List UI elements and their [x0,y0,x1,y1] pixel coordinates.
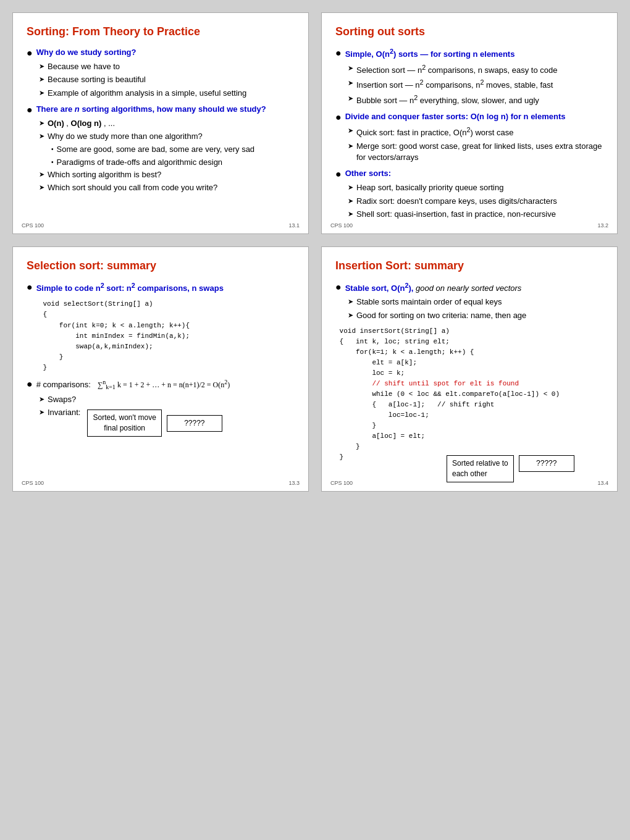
slide2-s2-2: ➤ Merge sort: good worst case, great for… [348,141,603,163]
arrow-icon-5: ➤ [39,132,44,141]
slide2-s1-2-text: Insertion sort — n2 comparisons, n2 move… [356,78,553,91]
slide3-math: ∑nk=1 k = 1 + 2 + … + n = n(n+1)/2 = O(n… [98,380,230,389]
slide-2-title: Sorting out sorts [335,25,603,38]
slide2-b1-text: Simple, O(n2) sorts — for sorting n elem… [345,47,515,61]
sub-sub-text-1: Some are good, some are bad, some are ve… [57,144,255,155]
bullet-dot-2: ● [27,104,33,116]
slide2-b3-text: Other sorts: [345,168,391,179]
slide-3: Selection sort: summary ● Simple to code… [12,246,309,492]
slide-2-footer-right: 13.2 [597,222,608,229]
slide4-s1-1: ➤ Stable sorts maintain order of equal k… [348,296,603,308]
slide2-s3-3-text: Shell sort: quasi-insertion, fast in pra… [356,209,556,220]
slide2-s3-3: ➤ Shell sort: quasi-insertion, fast in p… [348,209,603,220]
slide4-dot-1: ● [335,281,342,293]
sub-list-1: ➤ Because we have to ➤ Because sorting i… [27,61,295,99]
slide3-arrow-1: ➤ [39,395,44,404]
sub-text-2-3: Which sorting algorithm is best? [48,169,161,180]
slide2-sub-1: ➤ Selection sort — n2 comparisons, n swa… [335,63,603,107]
slide-4: Insertion Sort: summary ● Stable sort, O… [321,246,618,492]
sub-item-2-3: ➤ Which sorting algorithm is best? [39,169,295,180]
sub-list-2: ➤ O(n) , O(log n) , ... ➤ Why do we stud… [27,118,295,193]
slide-2-footer-left: CPS 100 [330,222,353,229]
slide2-dot-3: ● [335,168,342,180]
slide2-sub-2: ➤ Quick sort: fast in practice, O(n2) wo… [335,125,603,163]
slide4-arrow-1: ➤ [348,297,353,306]
slide2-s1-2: ➤ Insertion sort — n2 comparisons, n2 mo… [348,78,603,91]
arrow-icon-4: ➤ [39,119,44,128]
bullet-2: ● There are n sorting algorithms, how ma… [27,104,295,193]
slide4-s1-1-text: Stable sorts maintain order of equal key… [356,296,502,308]
slide-1-footer-right: 13.1 [288,222,300,229]
slide-grid: Sorting: From Theory to Practice ● Why d… [12,12,618,492]
slide2-s1-3: ➤ Bubble sort — n2 everything, slow, slo… [348,93,603,107]
slide2-arrow-7: ➤ [348,196,353,206]
slide3-s2-1-text: Swaps? [48,394,76,405]
arrow-icon-6: ➤ [39,170,44,179]
slide3-dot-1: ● [27,281,33,293]
slide3-code: void selectSort(String[] a) { for(int k=… [27,299,295,372]
slide2-s2-1: ➤ Quick sort: fast in practice, O(n2) wo… [348,125,603,139]
sub-sub-list-1: • Some are good, some are bad, some are … [39,144,295,167]
bullet-1: ● Why do we study sorting? ➤ Because we … [27,47,295,99]
slide3-s2-1: ➤ Swaps? [39,394,295,405]
slide3-dot-2: ● [27,378,33,390]
slide4-qqq-box: ????? [519,455,574,472]
sub-item-2-1: ➤ O(n) , O(log n) , ... [39,118,295,129]
slide2-arrow-4: ➤ [348,126,353,135]
slide4-sub-1: ➤ Stable sorts maintain order of equal k… [335,296,603,321]
slide2-arrow-6: ➤ [348,183,353,192]
slide3-bullets-2: ● # comparisons: ∑nk=1 k = 1 + 2 + … + n… [27,378,295,437]
slide3-invariant-row: Sorted, won't movefinal position ????? [87,410,222,437]
slide-3-title: Selection sort: summary [27,259,295,272]
slide4-invariant-area: Sorted relative toeach other ????? [447,455,603,482]
slide3-arrow-2: ➤ [39,408,44,417]
sub-text-2-2: Why do we study more than one algorithm? [48,131,203,142]
slide2-s3-2: ➤ Radix sort: doesn't compare keys, uses… [348,196,603,207]
slide2-s2-1-text: Quick sort: fast in practice, O(n2) wors… [356,125,514,139]
sub-item-1-2: ➤ Because sorting is beautiful [39,74,295,85]
slide-1-footer-left: CPS 100 [22,222,44,229]
sub-item-1-3: ➤ Example of algorithm analysis in a sim… [39,88,295,99]
sub-text-1-3: Example of algorithm analysis in a simpl… [48,88,246,99]
slide4-bullets: ● Stable sort, O(n2), good on nearly sor… [335,281,603,321]
slide4-b1-italic: good on nearly sorted vectors [416,284,521,293]
sub-sub-item-1: • Some are good, some are bad, some are … [51,144,295,155]
slide3-inv-box-1: Sorted, won't movefinal position [87,410,161,437]
sub-sub-bullet-1: • [51,145,54,154]
slide3-b2-text: # comparisons: ∑nk=1 k = 1 + 2 + … + n =… [36,378,230,392]
slide-2-bullets: ● Simple, O(n2) sorts — for sorting n el… [335,47,603,220]
slide-4-footer-left: CPS 100 [330,480,353,486]
arrow-icon-3: ➤ [39,88,44,98]
bullet-dot-1: ● [27,47,33,59]
slide2-arrow-3: ➤ [348,94,353,103]
arrow-icon-2: ➤ [39,75,44,84]
slide3-inv-box-2: ????? [167,415,222,432]
slide2-s3-1: ➤ Heap sort, basically priority queue so… [348,182,603,193]
slide-4-title: Insertion Sort: summary [335,259,603,272]
slide3-b1-text: Simple to code n2 sort: n2 comparisons, … [36,281,224,295]
sub-sub-text-2: Paradigms of trade-offs and algorithmic … [57,157,223,168]
slide2-dot-1: ● [335,47,342,59]
sub-item-1-1: ➤ Because we have to [39,61,295,72]
slide2-bullet-2: ● Divide and conquer faster sorts: O(n l… [335,111,603,163]
sub-item-2-2: ➤ Why do we study more than one algorith… [39,131,295,142]
slide2-sub-3: ➤ Heap sort, basically priority queue so… [335,182,603,220]
slide4-bullet-1: ● Stable sort, O(n2), good on nearly sor… [335,281,603,321]
slide2-arrow-8: ➤ [348,209,353,219]
slide2-s1-3-text: Bubble sort — n2 everything, slow, slowe… [356,93,539,107]
slide2-bullet-3: ● Other sorts: ➤ Heap sort, basically pr… [335,168,603,220]
slide2-bullet-1: ● Simple, O(n2) sorts — for sorting n el… [335,47,603,106]
slide3-bullets: ● Simple to code n2 sort: n2 comparisons… [27,281,295,295]
slide2-arrow-5: ➤ [348,141,353,151]
slide2-s1-1-text: Selection sort — n2 comparisons, n swaps… [356,63,557,77]
slide2-s3-2-text: Radix sort: doesn't compare keys, uses d… [356,196,557,207]
slide2-dot-2: ● [335,111,342,123]
slide2-arrow-1: ➤ [348,64,353,73]
slide4-s1-2-text: Good for sorting on two criteria: name, … [356,310,526,321]
sub-item-2-4: ➤ Which sort should you call from code y… [39,182,295,193]
slide-1: Sorting: From Theory to Practice ● Why d… [12,12,309,234]
slide4-code: void insertSort(String[] a) { int k, loc… [335,326,603,463]
slide3-sub-2: ➤ Swaps? ➤ Invariant: Sorted, won't move… [27,394,295,437]
arrow-icon-1: ➤ [39,62,44,71]
bullet-1-text: Why do we study sorting? [36,47,136,58]
